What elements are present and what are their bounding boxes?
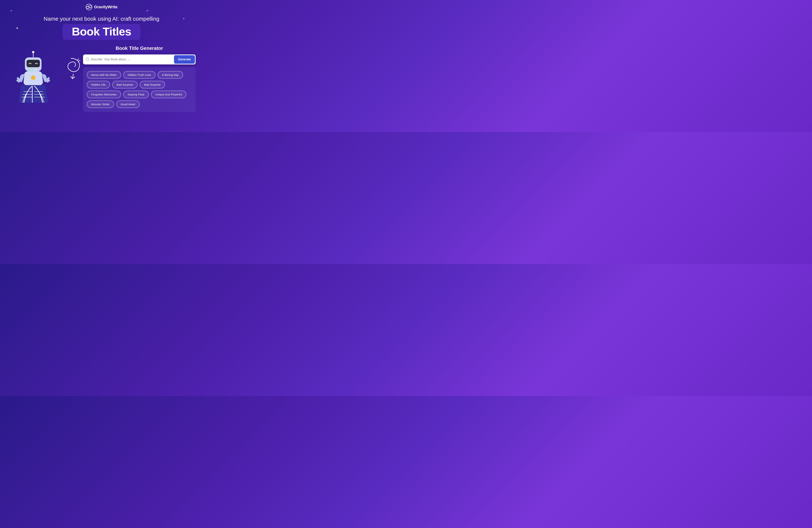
robot-illustration [8,47,59,103]
svg-line-3 [87,6,91,8]
content-row: Book Title Generator Generate Horse with… [8,45,195,112]
chip-item: Forgotten Memories [87,91,121,98]
logo-icon [86,4,92,10]
header: GravityWrite [86,4,118,10]
svg-point-8 [31,75,35,80]
chip-item: Good Heart [116,100,140,108]
hero-section: Name your next book using AI: craft comp… [44,15,159,40]
svg-point-12 [18,80,20,83]
chip-item: Hidden Truth Love [123,71,155,79]
chip-item: Monster Strike [87,100,114,108]
chip-item: Hidden Life [87,81,110,88]
hero-main-headline: Book Titles [72,26,131,37]
star-decoration-2: ✦ [146,9,148,12]
chip-item: Unique And Powerful [151,91,186,98]
chips-panel: Horse with No RiderHidden Truth LoveA Bo… [83,67,195,112]
search-bar: Generate [83,55,195,65]
chip-item: Bad Surprise [140,81,165,88]
svg-point-16 [46,80,49,83]
chip-item: Staying Float [123,91,149,98]
search-input[interactable] [91,58,173,61]
svg-point-14 [47,77,50,80]
hero-main-headline-wrapper: Book Titles [62,24,141,40]
star-decoration-5: ◆ [16,26,18,29]
chip-item: A Boring Day [158,71,183,79]
generate-button[interactable]: Generate [174,55,195,64]
svg-line-27 [88,60,89,61]
star-decoration-3: ✦ [183,17,185,20]
arrow-illustration [59,57,83,81]
svg-line-25 [78,60,80,61]
chip-item: Horse with No Rider [87,71,121,79]
right-panel: Book Title Generator Generate Horse with… [83,45,195,112]
brand-name: GravityWrite [94,5,118,10]
arrow-svg [60,57,82,81]
panel-title: Book Title Generator [83,45,195,51]
hero-sub-headline: Name your next book using AI: craft comp… [44,15,159,22]
robot-svg [11,47,55,103]
svg-rect-7 [27,60,40,67]
star-decoration-1: ✦ [10,9,12,12]
chip-item: Bad Surprise [112,81,137,88]
svg-line-24 [77,59,79,60]
svg-point-10 [17,77,19,80]
search-icon [86,57,89,62]
svg-point-5 [32,51,34,53]
